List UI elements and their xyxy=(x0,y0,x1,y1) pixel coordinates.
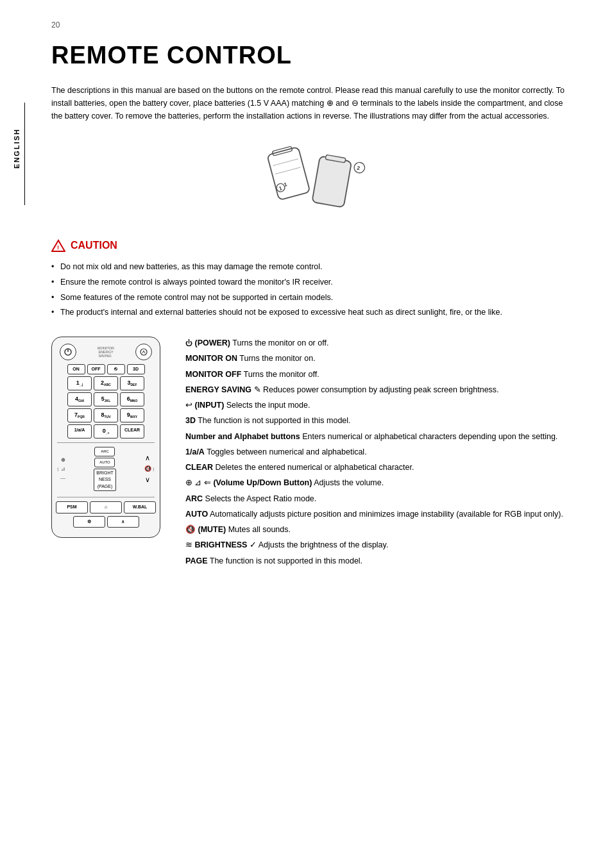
rc-triangle-icon: ⊿ xyxy=(61,465,65,473)
power-icon: ⏻ xyxy=(185,339,192,347)
rc-power-button xyxy=(60,344,76,360)
rc-vol-section: ⊕ ⊿ — xyxy=(60,456,65,482)
separator2 xyxy=(57,497,155,497)
svg-point-15 xyxy=(140,349,147,355)
rc-btn-8: 8TUV xyxy=(94,408,118,422)
rc-plus-icon: ⊕ xyxy=(61,456,65,464)
rc-arc-button: ARC xyxy=(94,447,115,456)
mute-icon: 🔇 xyxy=(185,525,196,534)
rc-btn-4: 4GHI xyxy=(67,392,92,406)
monitor-on-label: MONITOR ON xyxy=(185,354,237,363)
page-title: REMOTE CONTROL xyxy=(51,37,574,74)
power-label: (POWER) xyxy=(194,338,230,347)
side-label: ENGLISH xyxy=(12,128,22,169)
volume-label: (Volume Up/Down Button) xyxy=(213,478,312,487)
rc-up-arrow: ∧ xyxy=(145,453,150,463)
desc-number-alpha: Number and Alphabet buttons Enters numer… xyxy=(185,430,574,444)
rc-off-button: OFF xyxy=(87,364,105,374)
energy-saving-icon: ✎ xyxy=(254,385,261,394)
rc-gear-button: ⚙ xyxy=(73,516,105,528)
monitor-off-label: MONITOR OFF xyxy=(185,370,241,379)
rc-psm-row: PSM ⌂ W.BAL xyxy=(57,501,155,513)
energy-saving-label: ENERGYSAVING xyxy=(98,350,113,358)
caution-list: Do not mix old and new batteries, as thi… xyxy=(51,261,574,319)
rc-btn-1: 1_.| xyxy=(67,376,92,390)
rc-on-off-row: ON OFF ⎋ 3D xyxy=(57,364,155,374)
caution-triangle-icon: ! xyxy=(51,239,65,252)
brightness-down-icon: ✓ xyxy=(250,540,257,549)
svg-text:1: 1 xyxy=(278,185,283,192)
rc-nav-section: ⁞ ⊕ ⊿ — ARC AUTO BRIGH xyxy=(57,447,155,494)
main-content: MONITOR ENERGYSAVING ON OFF ⎋ 3 xyxy=(51,337,574,570)
rc-mute-icon: 🔇 xyxy=(144,465,151,474)
rc-right-arrows: ∧ 🔇 ∨ xyxy=(144,453,151,485)
desc-monitor-on: MONITOR ON Turns the monitor on. xyxy=(185,352,574,365)
svg-line-2 xyxy=(273,159,298,166)
rc-dash-icon: — xyxy=(60,474,65,482)
rc-auto-button: AUTO xyxy=(94,458,115,467)
rc-btn-6: 6MNO xyxy=(120,392,144,406)
rc-btn-5: 5JKL xyxy=(94,392,118,406)
remote-control-body: MONITOR ENERGYSAVING ON OFF ⎋ 3 xyxy=(51,337,160,538)
desc-input: ↩ (INPUT) Selects the input mode. xyxy=(185,399,574,412)
rc-btn-0: 0_+ xyxy=(94,424,118,438)
rc-psm-button: PSM xyxy=(56,501,88,513)
brightness-label: BRIGHTNESS xyxy=(194,540,247,549)
descriptions: ⏻ (POWER) Turns the monitor on or off. M… xyxy=(185,337,574,570)
mute-label: (MUTE) xyxy=(198,525,226,534)
rc-on-button: ON xyxy=(67,364,85,374)
3d-label: 3D xyxy=(185,416,196,425)
input-label: (INPUT) xyxy=(194,401,224,410)
rc-btn-7: 7PQR xyxy=(67,408,92,422)
energy-saving-desc-label: ENERGY SAVING xyxy=(185,385,251,394)
rc-num-row-1: 1_.| 2ABC 3DEF xyxy=(57,376,155,390)
rc-arc-row: ⊕ ⊿ — ARC AUTO BRIGHTNESS(PAGE) ∧ xyxy=(60,447,151,492)
desc-energy-saving: ENERGY SAVING ✎ Reduces power consumptio… xyxy=(185,383,574,397)
side-line xyxy=(24,103,25,205)
rc-num-row-2: 4GHI 5JKL 6MNO xyxy=(57,392,155,406)
svg-line-3 xyxy=(275,167,301,174)
desc-auto: AUTO Automatically adjusts picture posit… xyxy=(185,508,574,521)
svg-text:!: ! xyxy=(57,244,59,251)
caution-title: ! CAUTION xyxy=(51,238,574,253)
dots-left: ⁞ xyxy=(57,466,59,474)
desc-brightness: ≋ BRIGHTNESS ✓ Adjusts the brightness of… xyxy=(185,538,574,552)
rc-input-button xyxy=(135,344,152,360)
rc-center-col: ARC AUTO BRIGHTNESS(PAGE) xyxy=(94,447,115,492)
svg-text:1: 1 xyxy=(284,181,288,188)
rc-brightness-label: BRIGHTNESS(PAGE) xyxy=(94,469,115,492)
caution-section: ! CAUTION Do not mix old and new batteri… xyxy=(51,238,574,319)
brightness-up-icon: ≋ xyxy=(185,540,192,549)
desc-mute: 🔇 (MUTE) Mutes all sounds. xyxy=(185,523,574,537)
rc-controls-inner: ⊕ ⊿ — ARC AUTO BRIGHTNESS(PAGE) ∧ xyxy=(60,447,151,494)
separator xyxy=(57,442,155,443)
rc-gear-row: ⚙ ∧ xyxy=(57,516,155,528)
page-container: ENGLISH 20 REMOTE CONTROL The descriptio… xyxy=(0,0,612,868)
desc-power: ⏻ (POWER) Turns the monitor on or off. xyxy=(185,337,574,350)
rc-btn-2: 2ABC xyxy=(94,376,118,390)
input-icon: ↩ xyxy=(185,401,192,410)
battery-illustration: 1 1 2 xyxy=(248,145,377,215)
caution-item-1: Do not mix old and new batteries, as thi… xyxy=(51,261,574,273)
rc-top-row: MONITOR ENERGYSAVING xyxy=(57,342,155,362)
rc-num-row-4: 1/a/A 0_+ CLEAR xyxy=(57,424,155,438)
rc-down-arrow: ∨ xyxy=(145,474,150,485)
page-number: 20 xyxy=(51,19,574,31)
remote-control-image: MONITOR ENERGYSAVING ON OFF ⎋ 3 xyxy=(51,337,170,570)
svg-rect-7 xyxy=(312,156,352,207)
battery-diagram: 1 1 2 xyxy=(51,142,574,219)
caution-item-2: Ensure the remote control is always poin… xyxy=(51,276,574,288)
clear-label: CLEAR xyxy=(185,463,213,472)
dots-right: ⁞ xyxy=(153,466,155,474)
volume-icons: ⊕ ⊿ ⇐ xyxy=(185,478,211,487)
intro-text: The descriptions in this manual are base… xyxy=(51,84,574,122)
rc-btn-clear: CLEAR xyxy=(120,424,144,438)
rc-up-nav-button: ∧ xyxy=(107,516,139,528)
rc-btn-1aa: 1/a/A xyxy=(67,424,92,438)
desc-3d: 3D The function is not supported in this… xyxy=(185,414,574,428)
rc-wbal-button: W.BAL xyxy=(124,501,156,513)
number-alpha-label: Number and Alphabet buttons xyxy=(185,432,300,441)
desc-clear: CLEAR Deletes the entered numerical or a… xyxy=(185,461,574,474)
desc-1aa: 1/a/A Toggles between numerical and alph… xyxy=(185,446,574,459)
desc-arc: ARC Selects the Aspect Ratio mode. xyxy=(185,492,574,506)
